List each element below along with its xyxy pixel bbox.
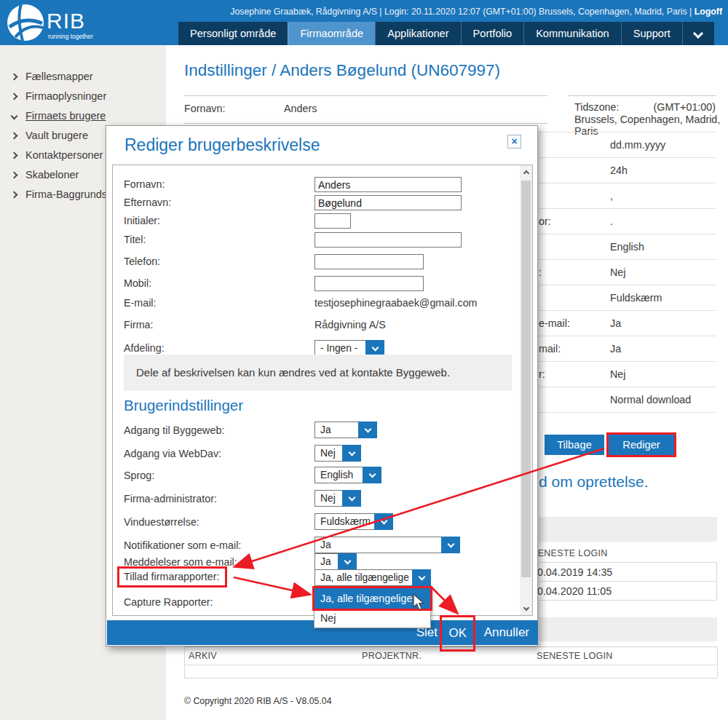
- chevron-down-icon: [441, 537, 460, 553]
- dialog-scroll-area: Fornavn: Efternavn: Initialer: Titel: Te…: [112, 165, 533, 616]
- telefon-input[interactable]: [314, 254, 424, 269]
- tab-portfolio[interactable]: Portfolio: [461, 22, 524, 45]
- section-band: [539, 617, 717, 641]
- ok-button[interactable]: OK: [448, 626, 467, 641]
- info-notice: Dele af beskrivelsen kan kun ændres ved …: [124, 355, 512, 391]
- dropdown-option-nej[interactable]: Nej: [314, 609, 430, 628]
- chevron-right-icon: [11, 74, 18, 81]
- scroll-down-icon[interactable]: [520, 601, 532, 614]
- summary-row: ,: [539, 183, 716, 209]
- fornavn-input[interactable]: [314, 177, 462, 192]
- setting-label: Firma-administrator:: [124, 493, 217, 505]
- setting-label: Adgang til Byggeweb:: [124, 424, 224, 436]
- section-heading: Brugerindstillinger: [124, 397, 243, 414]
- notifikationer-select[interactable]: Ja: [314, 537, 460, 553]
- scrollbar-thumb[interactable]: [521, 181, 531, 577]
- brand-name: RIB: [47, 9, 85, 33]
- app-header: RIB running together Josephine Graabæk, …: [0, 0, 728, 45]
- titel-input[interactable]: [314, 232, 462, 248]
- tab-support[interactable]: Support: [621, 22, 682, 45]
- adgang-webdav-select[interactable]: Nej: [314, 445, 361, 462]
- field-label: Firma:: [124, 319, 154, 331]
- fornavn-bg-label: Fornavn:: [184, 103, 225, 114]
- logoff-link[interactable]: Logoff: [695, 7, 722, 17]
- setting-label: Sprog:: [124, 470, 154, 481]
- dialog-title: Rediger brugerbeskrivelse: [124, 135, 320, 155]
- nav-more-button[interactable]: [682, 22, 714, 45]
- chevron-right-icon: [11, 93, 18, 100]
- login-table-header: SENESTE LOGIN: [531, 548, 608, 558]
- summary-row: mail:Ja: [539, 336, 716, 362]
- annuller-button[interactable]: Annuller: [484, 620, 529, 645]
- chevron-right-icon: [11, 191, 18, 199]
- dropdown-option-ja[interactable]: Ja, alle tilgængelige: [314, 588, 430, 609]
- field-label: Initialer:: [124, 215, 160, 226]
- mobil-input[interactable]: [314, 276, 424, 291]
- sprog-select[interactable]: English: [314, 467, 381, 483]
- meddelelser-select[interactable]: Ja: [314, 553, 357, 570]
- initialer-input[interactable]: [314, 213, 351, 229]
- summary-row: dd.mm.yyyy: [539, 132, 716, 158]
- partial-heading: d om oprettelse.: [539, 473, 649, 491]
- tillad-firmarapporter-select[interactable]: Ja, alle tilgængelige: [314, 569, 431, 586]
- chevron-down-icon: [342, 490, 361, 507]
- field-label: Mobil:: [124, 277, 151, 289]
- field-label: Titel:: [124, 234, 146, 245]
- tab-personligt-omraade[interactable]: Personligt område: [178, 22, 288, 45]
- sidebar-item-faellesmapper[interactable]: Fællesmapper: [0, 67, 166, 87]
- field-label: Fornavn:: [124, 178, 165, 190]
- brand-tagline: running together: [48, 33, 93, 40]
- chevron-down-icon: [11, 113, 18, 120]
- efternavn-input[interactable]: [314, 195, 462, 210]
- settings-summary-rows: dd.mm.yyyy 24h , or:. English :Nej Fulds…: [539, 132, 716, 413]
- field-label: Telefon:: [124, 256, 160, 267]
- setting-label: Capture Rapporter:: [124, 596, 213, 608]
- sidebar-item-firmaets-brugere[interactable]: Firmaets brugere: [0, 106, 166, 126]
- main-nav: Personligt område Firmaområde Applikatio…: [178, 22, 714, 45]
- chevron-down-icon: [363, 467, 381, 483]
- sidebar-item-firmaoplysninger[interactable]: Firmaoplysninger: [0, 87, 166, 106]
- tab-kommunikation[interactable]: Kommunikation: [523, 22, 621, 45]
- firma-administrator-select[interactable]: Nej: [314, 490, 361, 507]
- login-row: 30.04.2019 14:35: [531, 566, 612, 578]
- email-value: testjosephinegraabaek@gmail.com: [314, 297, 478, 309]
- adgang-byggeweb-select[interactable]: Ja: [314, 422, 377, 438]
- chevron-down-icon: [358, 422, 377, 438]
- tilbage-button[interactable]: Tilbage: [545, 435, 604, 455]
- summary-row: r:Nej: [539, 362, 716, 387]
- page-title: Indstillinger / Anders Bøgelund (UN60799…: [184, 61, 500, 80]
- chevron-right-icon: [11, 172, 18, 179]
- section-band: [539, 517, 717, 542]
- setting-label: Adgang via WebDav:: [124, 448, 221, 459]
- summary-row: e-mail:Ja: [539, 311, 716, 336]
- rediger-button[interactable]: Rediger: [609, 435, 674, 455]
- user-session-info: Josephine Graabæk, Rådgivning A/S | Logi…: [230, 7, 722, 17]
- vinduestoerrelse-select[interactable]: Fuldskærm: [314, 513, 393, 530]
- chevron-down-icon: [342, 445, 361, 462]
- field-label: Afdeling:: [124, 342, 165, 354]
- bottom-table-col-projektnr: PROJEKTNR.: [362, 651, 422, 661]
- chevron-right-icon: [11, 132, 18, 140]
- bottom-table-col-seneste-login: SENESTE LOGIN: [537, 651, 613, 661]
- firma-value: Rådgivning A/S: [314, 319, 386, 331]
- summary-row: :Nej: [539, 260, 716, 285]
- tidszone-value: (GMT+01:00): [654, 101, 716, 113]
- rediger-brugerbeskrivelse-dialog: Rediger brugerbeskrivelse × Fornavn: Eft…: [106, 125, 538, 646]
- summary-row: Normal download: [539, 387, 716, 413]
- tillad-firmarapporter-dropdown: Ja, alle tilgængelige Nej: [314, 588, 431, 628]
- fornavn-bg-value: Anders: [284, 103, 317, 114]
- user-login-text: Josephine Graabæk, Rådgivning A/S | Logi…: [230, 7, 692, 17]
- tab-applikationer[interactable]: Applikationer: [375, 22, 460, 45]
- field-label: Efternavn:: [124, 197, 171, 208]
- ok-button-highlight: OK: [440, 615, 475, 652]
- login-row: 30.04.2020 11:05: [531, 585, 612, 597]
- tab-firmaomraade[interactable]: Firmaområde: [288, 22, 375, 45]
- scrollbar[interactable]: [520, 165, 532, 615]
- close-icon[interactable]: ×: [507, 135, 521, 149]
- chevron-down-icon: [338, 553, 357, 570]
- scroll-up-icon[interactable]: [520, 167, 532, 179]
- setting-label: Vinduestørrelse:: [124, 516, 199, 528]
- tidszone-label: Tidszone:: [574, 101, 619, 113]
- field-label: E-mail:: [124, 297, 156, 309]
- chevron-right-icon: [11, 152, 18, 159]
